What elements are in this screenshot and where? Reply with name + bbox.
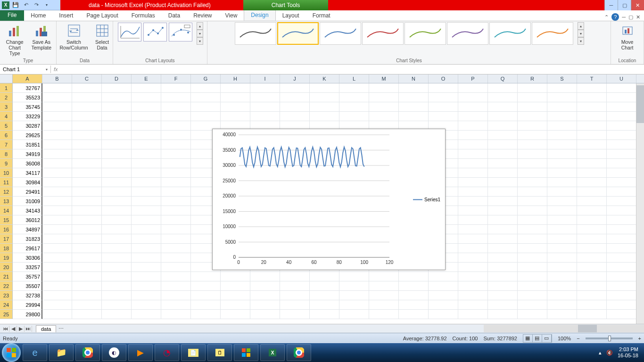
cell[interactable]: [458, 291, 488, 300]
cell[interactable]: [607, 244, 636, 253]
cell[interactable]: [339, 310, 369, 319]
column-header-I[interactable]: I: [250, 74, 280, 83]
layouts-scroll[interactable]: ▴▾▾: [197, 22, 203, 45]
task-notepad-icon[interactable]: 📄: [181, 344, 206, 361]
chart-style-3[interactable]: [320, 22, 361, 45]
chart-legend[interactable]: Series1: [413, 197, 440, 202]
cell[interactable]: [458, 102, 488, 112]
new-sheet-icon[interactable]: ⋯: [56, 326, 66, 332]
cell[interactable]: [72, 253, 102, 263]
cell[interactable]: [577, 263, 607, 272]
task-ie-icon[interactable]: e: [23, 344, 47, 361]
cell[interactable]: [161, 272, 191, 281]
chart-layouts-gallery[interactable]: [117, 22, 193, 42]
cell[interactable]: [102, 244, 132, 253]
cell[interactable]: [577, 178, 607, 187]
cell[interactable]: 32738: [13, 291, 42, 300]
normal-view-icon[interactable]: ▦: [523, 335, 533, 342]
cell[interactable]: [607, 234, 636, 244]
row-header[interactable]: 23: [0, 291, 13, 300]
cell[interactable]: [488, 102, 518, 112]
cell[interactable]: [577, 197, 607, 206]
cell[interactable]: 29994: [13, 300, 42, 310]
cell[interactable]: [72, 272, 102, 281]
row-header[interactable]: 22: [0, 281, 13, 291]
cell[interactable]: [369, 272, 399, 281]
cell[interactable]: [102, 140, 132, 149]
cell[interactable]: [577, 291, 607, 300]
sheet-tab-data[interactable]: data: [36, 325, 56, 332]
cell[interactable]: [102, 253, 132, 263]
cell[interactable]: [102, 168, 132, 178]
cell[interactable]: [102, 121, 132, 131]
cell[interactable]: [488, 121, 518, 131]
cell[interactable]: [310, 300, 339, 310]
save-icon[interactable]: 💾: [11, 1, 20, 9]
row-header[interactable]: 24: [0, 300, 13, 310]
cell[interactable]: [221, 102, 250, 112]
column-header-D[interactable]: D: [102, 74, 132, 83]
cell[interactable]: [488, 244, 518, 253]
cell[interactable]: [429, 102, 458, 112]
cell[interactable]: 29491: [13, 187, 42, 197]
cell[interactable]: [72, 121, 102, 131]
cell[interactable]: [607, 140, 636, 149]
cell[interactable]: [72, 131, 102, 140]
cell[interactable]: [607, 168, 636, 178]
cell[interactable]: [191, 272, 221, 281]
cell[interactable]: 34897: [13, 225, 42, 234]
cell[interactable]: [607, 272, 636, 281]
cell[interactable]: [310, 112, 339, 121]
cell[interactable]: [488, 225, 518, 234]
cell[interactable]: [577, 272, 607, 281]
task-excel-icon[interactable]: X: [260, 344, 285, 361]
cell[interactable]: [72, 102, 102, 112]
system-tray[interactable]: ▴ 🔇 2:03 PM 16-05-18: [599, 346, 642, 359]
cell[interactable]: [339, 300, 369, 310]
cell[interactable]: [518, 168, 547, 178]
cell[interactable]: [458, 168, 488, 178]
cell[interactable]: [42, 102, 72, 112]
cell[interactable]: [607, 291, 636, 300]
cell[interactable]: [339, 112, 369, 121]
cell[interactable]: [518, 300, 547, 310]
row-header[interactable]: 25: [0, 310, 13, 319]
tab-design[interactable]: Design: [244, 9, 275, 21]
cell[interactable]: [72, 206, 102, 215]
tab-page-layout[interactable]: Page Layout: [80, 10, 124, 21]
cell[interactable]: [132, 244, 161, 253]
cell[interactable]: [72, 140, 102, 149]
cell[interactable]: [458, 234, 488, 244]
cell[interactable]: 35757: [13, 272, 42, 281]
cell[interactable]: [458, 121, 488, 131]
row-header[interactable]: 4: [0, 112, 13, 121]
cell[interactable]: [518, 244, 547, 253]
cell[interactable]: [458, 112, 488, 121]
cell[interactable]: [72, 112, 102, 121]
cell[interactable]: [250, 272, 280, 281]
tab-format[interactable]: Format: [306, 10, 337, 21]
cell[interactable]: [547, 206, 577, 215]
cell[interactable]: [72, 149, 102, 159]
chart-style-8[interactable]: [532, 22, 573, 45]
cell[interactable]: [102, 112, 132, 121]
cell[interactable]: [488, 187, 518, 197]
cell[interactable]: [102, 159, 132, 168]
cell[interactable]: [310, 102, 339, 112]
cell[interactable]: [577, 215, 607, 225]
cell[interactable]: [458, 83, 488, 93]
row-header[interactable]: 11: [0, 178, 13, 187]
cell[interactable]: [102, 187, 132, 197]
tab-view[interactable]: View: [219, 10, 244, 21]
cell[interactable]: [102, 93, 132, 102]
tray-show-hidden-icon[interactable]: ▴: [599, 350, 602, 356]
cell[interactable]: [132, 206, 161, 215]
column-header-U[interactable]: U: [607, 74, 636, 83]
cell[interactable]: [607, 112, 636, 121]
cell[interactable]: [161, 168, 191, 178]
cell[interactable]: [577, 83, 607, 93]
cell[interactable]: [607, 206, 636, 215]
row-header[interactable]: 20: [0, 263, 13, 272]
cell[interactable]: [518, 197, 547, 206]
cell[interactable]: [221, 281, 250, 291]
